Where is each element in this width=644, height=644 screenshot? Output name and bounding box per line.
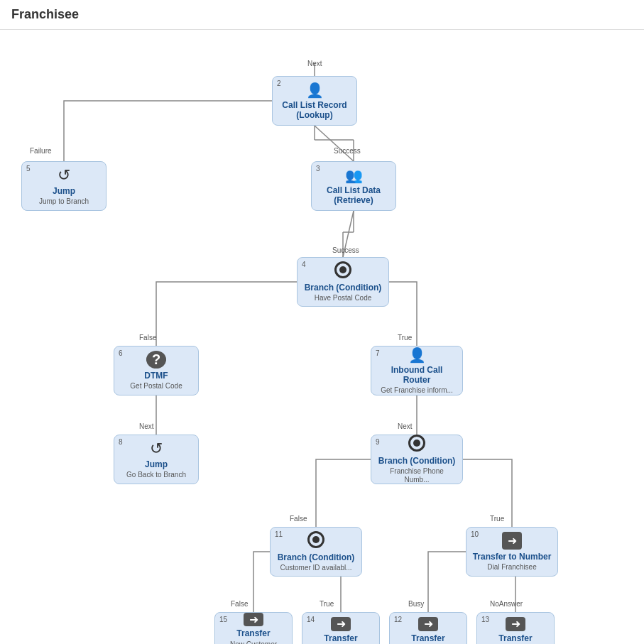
edge-label-next2: Next [139,422,154,430]
edge-label-true1: True [398,334,412,342]
node-4[interactable]: 4 Branch (Condition) Have Postal Code [297,257,389,307]
node-10[interactable]: 10 Transfer to Number Dial Franchisee [466,527,558,577]
inbound-icon: 👤 [408,346,426,364]
condition-icon-9 [408,435,425,454]
transfer-icon-15 [244,613,263,626]
edge-label-false2: False [290,515,307,523]
node-5[interactable]: 5 ↺ Jump Jump to Branch [21,161,107,211]
edge-label-true2: True [490,515,504,523]
edge-label-false3: False [231,600,248,608]
edge-label-true3: True [320,600,334,608]
node-11[interactable]: 11 Branch (Condition) Customer ID availa… [270,527,362,577]
svg-line-1 [315,126,354,161]
node-6[interactable]: 6 DTMF Get Postal Code [114,346,199,395]
node-2[interactable]: 2 👤 Call List Record (Lookup) [272,76,357,126]
node-12[interactable]: 12 Transfer Franchise Queue [389,612,467,644]
retrieve-icon: 👥 [345,167,363,184]
edge-label-success1: Success [334,147,361,155]
node-8[interactable]: 8 ↺ Jump Go Back to Branch [114,435,199,484]
svg-line-5 [343,211,354,257]
transfer-icon-12 [418,617,438,631]
condition-icon-4 [334,261,351,280]
edge-label-false1: False [139,334,156,342]
jump-icon-5: ↺ [58,166,70,185]
transfer-icon-14 [331,617,351,631]
jump-icon-8: ↺ [150,440,163,458]
node-3[interactable]: 3 👥 Call List Data (Retrieve) [311,161,396,211]
node-13[interactable]: 13 Transfer Franchise Queue [476,612,555,644]
edge-label-next1: Next [307,60,322,67]
transfer-icon-10 [502,532,522,550]
node-15[interactable]: 15 Transfer New Customer Queue [214,612,293,644]
node-7[interactable]: 7 👤 Inbound Call Router Get Franchise in… [371,346,463,395]
lookup-icon: 👤 [306,82,324,99]
transfer-icon-13 [506,617,525,631]
flow-canvas: Next Failure Success Success False True … [0,30,644,644]
edge-label-next3: Next [398,422,413,430]
page-title: Franchisee [0,0,644,30]
edge-label-success2: Success [332,246,359,254]
dtmf-icon [146,351,166,369]
node-14[interactable]: 14 Transfer Repeat Queue [302,612,380,644]
edge-label-busy: Busy [408,600,424,608]
node-9[interactable]: 9 Branch (Condition) Franchise Phone Num… [371,435,463,484]
edge-label-noanswer: NoAnswer [490,600,523,608]
edge-label-failure: Failure [30,147,52,155]
condition-icon-11 [307,531,324,550]
